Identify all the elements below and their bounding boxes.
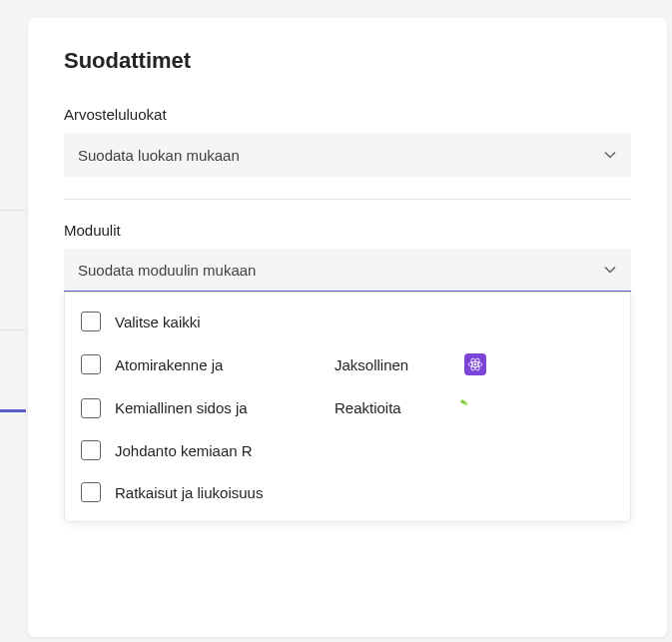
svg-point-3 [474, 363, 476, 365]
rating-categories-dropdown[interactable]: Suodata luokan mukaan [64, 133, 631, 177]
modules-section: Moduulit Suodata moduulin mukaan Valitse… [64, 222, 631, 522]
modules-dropdown[interactable]: Suodata moduulin mukaan [64, 249, 631, 293]
atom-icon [464, 353, 486, 375]
checkbox[interactable] [81, 354, 101, 374]
option-label: Valitse kaikki [115, 314, 614, 330]
option-label: Ratkaisut ja liukoisuus [115, 484, 614, 501]
option-johdanto[interactable]: Johdanto kemiaan R [65, 429, 630, 471]
edge-line [0, 210, 26, 211]
checkbox[interactable] [81, 312, 101, 331]
rating-categories-label: Arvosteluluokat [64, 106, 631, 123]
test-tube-icon [451, 397, 469, 418]
rating-categories-section: Arvosteluluokat Suodata luokan mukaan [64, 106, 631, 177]
checkbox[interactable] [81, 440, 101, 460]
modules-placeholder: Suodata moduulin mukaan [78, 262, 256, 279]
option-label: Kemiallinen sidos ja Reaktioita [115, 397, 614, 418]
modules-options-list: Valitse kaikki Atomirakenne ja Jaksollin… [64, 292, 631, 522]
option-label: Atomirakenne ja Jaksollinen [115, 353, 614, 375]
chevron-down-icon [603, 263, 617, 277]
rating-categories-placeholder: Suodata luokan mukaan [78, 147, 240, 164]
edge-active-indicator [0, 409, 26, 412]
checkbox[interactable] [81, 482, 101, 502]
panel-title: Suodattimet [64, 48, 631, 74]
option-ratkaisut[interactable]: Ratkaisut ja liukoisuus [65, 471, 630, 513]
option-kemiallinen[interactable]: Kemiallinen sidos ja Reaktioita [65, 386, 630, 429]
filters-panel: Suodattimet Arvosteluluokat Suodata luok… [28, 18, 667, 637]
divider [64, 199, 631, 200]
left-edge-decoration [0, 0, 28, 642]
option-select-all[interactable]: Valitse kaikki [65, 301, 630, 342]
checkbox[interactable] [81, 398, 101, 418]
chevron-down-icon [603, 148, 617, 162]
modules-label: Moduulit [64, 222, 631, 239]
option-label: Johdanto kemiaan R [115, 442, 614, 459]
option-atomirakenne[interactable]: Atomirakenne ja Jaksollinen [65, 342, 630, 386]
edge-line [0, 329, 26, 330]
